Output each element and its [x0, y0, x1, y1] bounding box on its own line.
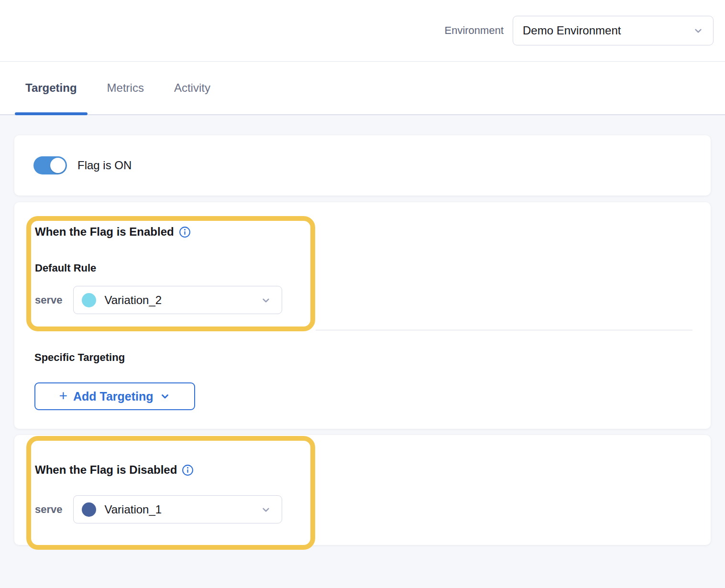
serve-label: serve — [35, 294, 63, 306]
chevron-down-icon — [260, 503, 272, 516]
add-targeting-button[interactable]: + Add Targeting — [34, 382, 195, 410]
chevron-down-icon — [260, 294, 272, 306]
chevron-down-icon — [692, 24, 704, 37]
environment-dropdown-value: Demo Environment — [523, 24, 621, 37]
variation-1-color-dot — [82, 502, 96, 517]
info-icon[interactable] — [179, 226, 191, 238]
disabled-rule-card: When the Flag is Disabled serve Variatio… — [14, 435, 711, 545]
enabled-variation-value: Variation_2 — [105, 294, 251, 307]
main-content: Flag is ON When the Flag is Enabled Defa… — [0, 115, 725, 545]
targeting-rules-card: When the Flag is Enabled Default Rule se… — [14, 202, 711, 429]
enabled-rule-highlight-box: When the Flag is Enabled Default Rule se… — [26, 216, 315, 331]
tab-targeting-label: Targeting — [25, 81, 77, 95]
add-targeting-label: Add Targeting — [73, 390, 154, 403]
toggle-knob — [50, 158, 66, 173]
enabled-section-title: When the Flag is Enabled — [35, 225, 174, 239]
environment-dropdown[interactable]: Demo Environment — [513, 16, 714, 45]
top-header: Environment Demo Environment — [0, 0, 725, 62]
flag-status-card: Flag is ON — [14, 135, 711, 196]
variation-2-color-dot — [82, 293, 96, 307]
serve-label: serve — [35, 503, 63, 516]
tab-activity[interactable]: Activity — [164, 62, 221, 114]
specific-targeting-title: Specific Targeting — [34, 350, 711, 365]
tab-metrics-label: Metrics — [107, 81, 144, 95]
enabled-variation-dropdown[interactable]: Variation_2 — [73, 286, 282, 314]
tab-targeting[interactable]: Targeting — [15, 62, 88, 114]
disabled-section-title: When the Flag is Disabled — [35, 463, 177, 477]
flag-on-toggle[interactable] — [33, 156, 67, 174]
disabled-variation-value: Variation_1 — [105, 503, 251, 516]
environment-label: Environment — [444, 24, 504, 37]
chevron-down-icon — [159, 391, 171, 402]
tab-bar: Targeting Metrics Activity — [0, 62, 725, 115]
info-icon[interactable] — [182, 464, 194, 476]
disabled-variation-dropdown[interactable]: Variation_1 — [73, 495, 282, 523]
tab-metrics[interactable]: Metrics — [97, 62, 154, 114]
default-rule-label: Default Rule — [35, 261, 310, 275]
section-divider — [316, 330, 692, 330]
disabled-rule-highlight-box: When the Flag is Disabled serve Variatio… — [26, 436, 315, 550]
plus-icon: + — [59, 389, 67, 403]
flag-status-label: Flag is ON — [77, 159, 132, 172]
tab-activity-label: Activity — [174, 81, 210, 95]
active-tab-underline — [15, 112, 88, 115]
